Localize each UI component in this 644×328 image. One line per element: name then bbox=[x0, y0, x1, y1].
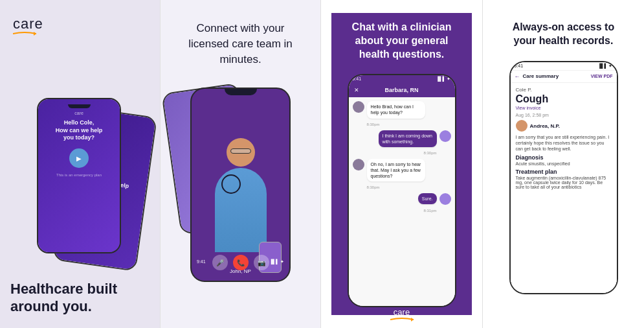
msg-bubble-2: I think I am coming down with something. bbox=[379, 130, 437, 147]
clinician-avatar-2 bbox=[353, 159, 364, 170]
msg-time-1: 8:30pm bbox=[367, 123, 451, 126]
user-avatar bbox=[439, 130, 451, 142]
clinician-avatar bbox=[353, 101, 364, 113]
msg-time-4: 8:31pm bbox=[353, 209, 437, 213]
panel-healthcare: care care Hello Cole,How can we helpyou … bbox=[0, 0, 161, 328]
doctor-name: Andrea, N.P. bbox=[530, 123, 561, 129]
msg-time-2: 8:30pm bbox=[353, 151, 437, 155]
app-logo: care bbox=[10, 16, 43, 36]
chat-header-title: Barbara, RN bbox=[384, 87, 418, 93]
panel3-bg: Chat with a clinician about your general… bbox=[331, 13, 472, 315]
summary-status-icons: ▐▌▌ ✦ bbox=[598, 64, 613, 69]
phone-question: Hello Cole,How can we helpyou today? bbox=[56, 119, 103, 142]
user-avatar-2 bbox=[439, 193, 451, 205]
phone-front: care Hello Cole,How can we helpyou today… bbox=[37, 98, 121, 253]
video-icon: ▶ bbox=[76, 155, 82, 162]
summary-status-bar: 9:41 ▐▌▌ ✦ bbox=[511, 62, 617, 71]
panel-health-records: Always-on access to your health records.… bbox=[483, 0, 644, 328]
view-pdf-button[interactable]: VIEW PDF bbox=[591, 74, 613, 78]
stethoscope-icon bbox=[221, 174, 241, 194]
chat-body: Hello Brad, how can I help you today? 8:… bbox=[349, 97, 455, 306]
panel4-heading: Always-on access to your health records. bbox=[501, 21, 626, 48]
condition-title: Cough bbox=[516, 93, 612, 105]
panel-chat: Chat with a clinician about your general… bbox=[321, 0, 483, 328]
treatment-title: Treatment plan bbox=[516, 169, 612, 175]
video-screen: 9:41 ▐▌▌ ✦ John, NP 🎤 bbox=[192, 89, 289, 281]
summary-header-title: Care summary bbox=[523, 73, 591, 79]
svg-marker-1 bbox=[411, 318, 414, 322]
chat-header: ✕ Barbara, RN bbox=[349, 83, 455, 97]
chat-message-2: I think I am coming down with something. bbox=[353, 130, 451, 147]
chat-message-1: Hello Brad, how can I help you today? bbox=[353, 101, 451, 118]
care-logo-arrow bbox=[390, 317, 414, 322]
tagline-line1: Healthcare built bbox=[10, 281, 117, 297]
diagnosis-title: Diagnosis bbox=[516, 154, 612, 161]
patient-name: Cole P. bbox=[516, 87, 612, 93]
msg-time-3: 8:30pm bbox=[367, 185, 451, 189]
phone-notch bbox=[225, 89, 257, 95]
view-invoice-link[interactable]: View invoice bbox=[516, 106, 612, 110]
summary-header: ← Care summary VIEW PDF bbox=[511, 71, 617, 83]
panel-connect: Connect with your licensed care team in … bbox=[161, 0, 321, 328]
mute-button[interactable]: 🎤 bbox=[212, 255, 228, 270]
camera-icon: 📷 bbox=[258, 259, 265, 266]
appointment-date: Aug 16, 2:58 pm bbox=[516, 113, 612, 117]
care-label-front: care bbox=[74, 111, 83, 115]
doctor-avatar bbox=[516, 120, 527, 132]
summary-screen: 9:41 ▐▌▌ ✦ ← Care summary VIEW PDF Cole … bbox=[511, 62, 617, 293]
doctor-note: I am sorry that you are still experienci… bbox=[516, 134, 612, 152]
logo-text: care bbox=[13, 16, 43, 32]
chat-status-icons: ▐▌▌ ✦ bbox=[436, 76, 451, 82]
tagline: Healthcare built around you. bbox=[10, 281, 117, 315]
msg-bubble-1: Hello Brad, how can I help you today? bbox=[367, 101, 425, 118]
doctor-body bbox=[215, 168, 267, 252]
phone-front-screen: care Hello Cole,How can we helpyou today… bbox=[38, 99, 120, 252]
care-logo-bottom: care bbox=[390, 307, 414, 327]
treatment-value: Take augmentin (amoxicillin-clavulanate)… bbox=[516, 176, 612, 189]
notch2 bbox=[68, 104, 91, 108]
doctor-row: Andrea, N.P. bbox=[516, 120, 612, 132]
video-call-phone-group: 9:41 ▐▌▌ ✦ John, NP 🎤 bbox=[190, 77, 291, 282]
video-call-phone: 9:41 ▐▌▌ ✦ John, NP 🎤 bbox=[190, 88, 291, 282]
msg-bubble-3: Oh no, I am sorry to hear that. May I as… bbox=[367, 159, 425, 182]
chat-status-bar: 9:41 ▐▌▌ ✦ bbox=[349, 75, 455, 83]
tagline-line2: around you. bbox=[10, 298, 92, 314]
chat-message-3: Oh no, I am sorry to hear that. May I as… bbox=[353, 159, 451, 182]
end-call-icon: 📞 bbox=[237, 259, 245, 266]
phone-footer-text: This is an emergency plan bbox=[56, 173, 102, 177]
call-controls: 🎤 📞 📷 bbox=[192, 255, 289, 270]
chat-close-btn[interactable]: ✕ bbox=[354, 87, 359, 93]
video-btn[interactable]: ▶ bbox=[69, 148, 89, 168]
doctor-glasses bbox=[230, 148, 251, 154]
summary-body: Cole P. Cough View invoice Aug 16, 2:58 … bbox=[511, 83, 617, 293]
chat-message-4: Sure. bbox=[353, 193, 451, 205]
phone-stack: care Hello Cole,How can we helpyou today… bbox=[37, 98, 161, 292]
summary-status-time: 9:41 bbox=[515, 64, 524, 69]
panel3-heading: Chat with a clinician about your general… bbox=[339, 21, 464, 61]
chat-screen: 9:41 ▐▌▌ ✦ ✕ Barbara, RN Hello Brad, how… bbox=[349, 75, 455, 306]
end-call-button[interactable]: 📞 bbox=[233, 255, 249, 270]
diagnosis-value: Acute sinusitis, unspecified bbox=[516, 161, 612, 166]
chat-phone: 9:41 ▐▌▌ ✦ ✕ Barbara, RN Hello Brad, how… bbox=[348, 74, 456, 307]
logo-arrow-icon bbox=[13, 31, 36, 36]
svg-marker-0 bbox=[34, 32, 36, 36]
care-logo-text: care bbox=[394, 307, 410, 317]
camera-button[interactable]: 📷 bbox=[254, 255, 269, 270]
summary-phone: 9:41 ▐▌▌ ✦ ← Care summary VIEW PDF Cole … bbox=[509, 61, 618, 294]
mute-icon: 🎤 bbox=[216, 259, 224, 266]
panel4-bg: Always-on access to your health records.… bbox=[493, 13, 634, 315]
doctor-head bbox=[227, 138, 255, 167]
back-button[interactable]: ← bbox=[515, 73, 520, 80]
chat-status-time: 9:41 bbox=[353, 76, 362, 82]
panel2-heading: Connect with your licensed care team in … bbox=[171, 21, 310, 67]
msg-bubble-4: Sure. bbox=[418, 193, 437, 204]
